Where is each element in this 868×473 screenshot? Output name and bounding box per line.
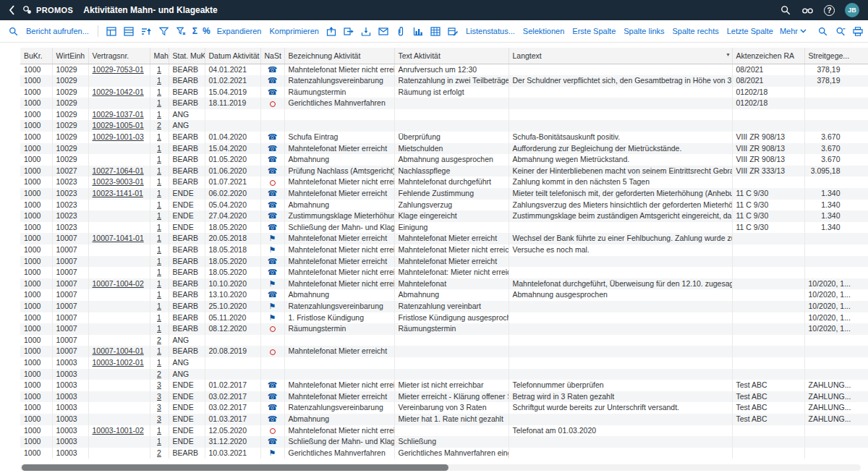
column-header-datum[interactable]: Datum Aktivität: [205, 48, 260, 64]
assistant-icon[interactable]: [801, 4, 814, 17]
mah-link[interactable]: 1: [157, 110, 161, 119]
vertrag-link[interactable]: 10003-1002-01: [93, 358, 144, 367]
vertrag-link[interactable]: 10003-1001-02: [93, 426, 144, 435]
table-row[interactable]: 10001002910029-1001-031BEARB01.04.2020☎S…: [20, 132, 868, 143]
table-row[interactable]: 10001000310003-1001-021ENDE12.05.2020Mah…: [20, 425, 868, 437]
export-right-icon[interactable]: [343, 25, 355, 38]
sort-ascending-icon[interactable]: [140, 25, 153, 38]
mah-link[interactable]: 1: [157, 234, 161, 242]
first-column-button[interactable]: Erste Spalte: [572, 27, 616, 35]
table-row[interactable]: 1000100231ENDE18.05.2020☎Schließung der …: [20, 222, 868, 234]
promos-logo[interactable]: PROMOS: [22, 5, 73, 15]
table-row[interactable]: 1000100071BEARB08.12.2020RäumungsterminR…: [20, 323, 868, 335]
layout-grid-icon[interactable]: [106, 25, 118, 38]
mah-link[interactable]: 1: [157, 144, 161, 153]
search-icon[interactable]: [7, 25, 20, 38]
export-up-icon[interactable]: [326, 25, 338, 38]
selections-button[interactable]: Selektionen: [523, 27, 565, 35]
attachment-icon[interactable]: [395, 25, 407, 38]
vertrag-link[interactable]: 10029-1001-03: [93, 132, 144, 141]
mah-link[interactable]: 2: [157, 121, 161, 129]
mah-link[interactable]: 1: [157, 189, 161, 197]
compress-button[interactable]: Komprimieren: [269, 27, 318, 35]
table-row[interactable]: 10001002310023-1141-011ENDE06.02.2020☎Ma…: [20, 188, 868, 200]
list-status-button[interactable]: Listenstatus...: [466, 27, 515, 35]
open-report-button[interactable]: Bericht aufrufen...: [26, 27, 89, 35]
column-header-mah[interactable]: Mah...: [150, 48, 169, 64]
table-row[interactable]: 1000100071BEARB18.05.2020☎Mahntelefonat …: [20, 267, 868, 278]
vertrag-link[interactable]: 10023-9003-01: [93, 177, 144, 186]
table-row[interactable]: 1000100033ENDE01.02.2017☎Mahntelefonat M…: [20, 380, 868, 391]
vertrag-link[interactable]: 10007-1041-01: [93, 234, 144, 242]
mah-link[interactable]: 1: [157, 358, 161, 367]
mah-link[interactable]: 2: [157, 336, 161, 344]
mah-link[interactable]: 1: [157, 177, 161, 186]
mah-link[interactable]: 3: [157, 403, 161, 412]
mah-link[interactable]: 3: [157, 380, 161, 389]
column-header-text[interactable]: Text Aktivität: [394, 48, 509, 64]
table-row[interactable]: 1000100291BEARB15.04.2020☎Mahntelefonat …: [20, 143, 868, 155]
mah-link[interactable]: 1: [157, 268, 161, 276]
mail-icon[interactable]: [378, 25, 390, 38]
mah-link[interactable]: 1: [157, 426, 161, 435]
mah-link[interactable]: 1: [157, 245, 161, 254]
table-row[interactable]: 1000100071BEARB18.05.2018⚑Mahntelefonat …: [20, 244, 868, 256]
column-header-stat[interactable]: Stat. MuK: [169, 48, 205, 64]
filter-remove-icon[interactable]: [175, 25, 187, 38]
table-row[interactable]: 10001002710027-1064-011BEARB01.06.2020☎P…: [20, 166, 868, 177]
printer-icon[interactable]: [851, 25, 864, 38]
table-row[interactable]: 10001000710007-1004-021BEARB10.10.2020⚑M…: [20, 278, 868, 290]
table-row[interactable]: 1000100071BEARB18.05.2020☎Mahntelefonat …: [20, 256, 868, 268]
mah-link[interactable]: 1: [157, 65, 161, 74]
table-row[interactable]: 1000100071BEARB13.10.2020☎AbmahnungAbmah…: [20, 289, 868, 301]
mah-link[interactable]: 1: [157, 279, 161, 288]
table-row[interactable]: 1000100071BEARB25.10.2020⚑Ratenzahlungsv…: [20, 301, 868, 312]
table-row[interactable]: 1000100072ANG: [20, 335, 868, 346]
table-row[interactable]: 10001002310023-9003-011BEARB01.07.2021Ma…: [20, 176, 868, 188]
avatar[interactable]: JB: [845, 3, 859, 17]
table-row[interactable]: 1000100071BEARB05.11.2020⚑1. Fristlose K…: [20, 312, 868, 324]
back-icon[interactable]: [9, 5, 15, 15]
table-row[interactable]: 1000100032ANG: [20, 369, 868, 380]
column-header-bukr[interactable]: BuKr.: [20, 48, 52, 64]
last-column-button[interactable]: Letzte Spalte: [727, 27, 773, 35]
table-row[interactable]: 10001000310003-1002-011ANG: [20, 357, 868, 369]
layout-grid-alt-icon[interactable]: [123, 25, 135, 38]
mah-link[interactable]: 1: [157, 223, 161, 231]
vertrag-link[interactable]: 10027-1064-01: [93, 166, 144, 175]
download-icon[interactable]: [360, 25, 373, 38]
mah-link[interactable]: 1: [157, 166, 161, 175]
mah-link[interactable]: 3: [157, 392, 161, 401]
table-row[interactable]: 1000100033ENDE03.02.2017☎Ratenzahlungsve…: [20, 402, 868, 414]
mah-link[interactable]: 3: [157, 414, 161, 423]
mah-link[interactable]: 1: [157, 132, 161, 141]
mah-link[interactable]: 1: [157, 437, 161, 446]
table-row[interactable]: 1000100032BEARB10.03.2021⚑Gerichtliches …: [20, 448, 868, 459]
chart-icon[interactable]: [412, 25, 425, 38]
mah-link[interactable]: 2: [157, 448, 161, 457]
table-row[interactable]: 1000100033ENDE01.03.2017☎AbmahnungMieter…: [20, 414, 868, 425]
column-left-button[interactable]: Spalte links: [624, 27, 664, 35]
edit-table-icon[interactable]: [447, 25, 459, 38]
more-button[interactable]: Mehr: [780, 27, 807, 35]
mah-link[interactable]: 2: [157, 370, 161, 378]
table-row[interactable]: 1000100031ENDE31.12.2020☎Schließung der …: [20, 436, 868, 448]
mah-link[interactable]: 1: [157, 302, 161, 310]
find-next-icon[interactable]: [834, 25, 846, 38]
table-row[interactable]: 1000100291BEARB01.05.2020☎AbmahnungAbmah…: [20, 154, 868, 166]
filter-icon[interactable]: [158, 25, 170, 38]
mah-link[interactable]: 1: [157, 313, 161, 322]
table-row[interactable]: 10001002910029-1005-012ANG: [20, 120, 868, 132]
help-icon[interactable]: ?: [824, 5, 835, 16]
table-row[interactable]: 1000100291BEARB18.11.2019Gerichtliches M…: [20, 98, 868, 109]
subtotal-icon[interactable]: %: [203, 26, 210, 36]
mah-link[interactable]: 1: [157, 257, 161, 265]
column-header-nast[interactable]: NaSt: [260, 48, 284, 64]
table-row[interactable]: 1000100231ENDE27.04.2020☎Zustimmungsklag…: [20, 210, 868, 222]
column-header-akte[interactable]: Aktenzeichen RA: [732, 48, 804, 64]
column-header-we[interactable]: WirtEinh: [52, 48, 88, 64]
column-header-lang[interactable]: Langtext▾: [509, 48, 732, 64]
mah-link[interactable]: 1: [157, 76, 161, 85]
table-row[interactable]: 10001002910029-7053-011BEARB04.01.2021☎M…: [20, 64, 868, 75]
spreadsheet-icon[interactable]: [430, 25, 442, 38]
